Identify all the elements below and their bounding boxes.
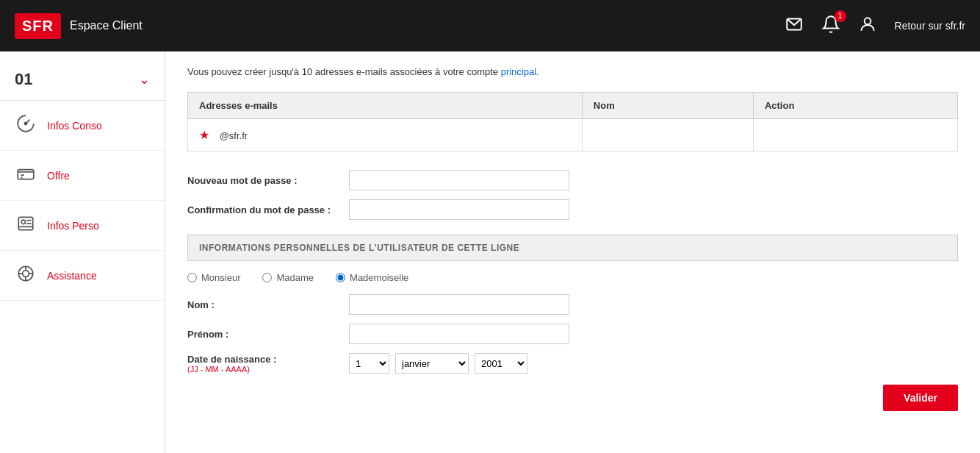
date-row: Date de naissance : (JJ - MM - AAAA) 123… [187,353,958,374]
prenom-row: Prénom : [187,324,958,344]
civility-madame[interactable]: Madame [262,272,314,283]
prenom-input[interactable] [349,324,569,344]
offer-icon [15,164,37,187]
date-label-block: Date de naissance : (JJ - MM - AAAA) [187,354,349,374]
col-action-header: Action [753,93,957,119]
account-number: 01 [15,70,32,89]
password-input[interactable] [349,170,569,190]
email-cell: ★ @sfr.fr [188,119,583,151]
password-confirm-label: Confirmation du mot de passe : [187,204,349,215]
sidebar-label-offre: Offre [47,170,70,182]
civility-group: Monsieur Madame Mademoiselle [187,272,958,283]
main-content: Vous pouvez créer jusqu'à 10 adresses e-… [165,51,980,453]
svg-point-2 [24,122,26,124]
valider-button[interactable]: Valider [883,385,958,411]
help-icon [15,264,37,287]
header-right: 1 Retour sur sfr.fr [785,15,965,38]
civility-mademoiselle[interactable]: Mademoiselle [336,272,408,283]
table-row: ★ @sfr.fr [188,119,958,151]
password-label: Nouveau mot de passe : [187,175,349,186]
year-select[interactable]: 2001200019991998 1997199619951990 198519… [475,353,527,374]
notification-badge: 1 [835,10,846,22]
sidebar-label-assistance: Assistance [47,270,97,282]
sidebar-top: 01 ⌄ [0,59,165,101]
civility-monsieur[interactable]: Monsieur [187,272,240,283]
info-text: Vous pouvez créer jusqu'à 10 adresses e-… [187,66,958,77]
sidebar-item-offre[interactable]: Offre [0,151,165,201]
header: SFR Espace Client 1 Retour sur sfr.fr [0,0,980,51]
nom-label: Nom : [187,299,349,310]
nom-input[interactable] [349,294,569,315]
email-table: Adresses e-mails Nom Action ★ @sfr.fr [187,92,958,151]
header-left: SFR Espace Client [15,13,143,39]
mail-icon[interactable] [785,15,804,38]
nom-row: Nom : [187,294,958,315]
day-select[interactable]: 12345 678910 1112131415 1617181920 21222… [349,353,389,374]
date-label: Date de naissance : [187,354,349,365]
nom-cell [582,119,753,151]
col-email-header: Adresses e-mails [188,93,583,119]
prenom-label: Prénom : [187,329,349,340]
password-confirm-input[interactable] [349,199,569,220]
valider-row: Valider [187,385,958,411]
date-selects: 12345 678910 1112131415 1617181920 21222… [349,353,527,374]
action-cell [753,119,957,151]
radio-monsieur[interactable] [187,273,197,282]
sidebar-label-infos-perso: Infos Perso [47,220,99,232]
personal-info-section-header: INFORMATIONS PERSONNELLES DE L'UTILISATE… [187,235,958,261]
radio-madame[interactable] [262,273,272,282]
date-sublabel: (JJ - MM - AAAA) [187,365,349,374]
label-monsieur: Monsieur [201,272,240,283]
sidebar-item-infos-conso[interactable]: Infos Conso [0,101,165,151]
password-row: Nouveau mot de passe : [187,170,958,190]
col-nom-header: Nom [582,93,753,119]
chevron-down-icon[interactable]: ⌄ [139,71,150,88]
sidebar-item-assistance[interactable]: Assistance [0,251,165,301]
svg-rect-3 [18,170,34,179]
svg-point-12 [23,271,29,277]
label-madame: Madame [276,272,314,283]
notification-icon[interactable]: 1 [821,15,840,38]
app-title: Espace Client [70,19,143,32]
password-confirm-row: Confirmation du mot de passe : [187,199,958,220]
user-icon[interactable] [858,15,877,38]
email-address: @sfr.fr [220,130,248,141]
svg-point-1 [864,18,871,24]
sidebar-label-infos-conso: Infos Conso [47,120,102,132]
gauge-icon [15,114,37,137]
star-icon: ★ [199,129,209,141]
month-select[interactable]: janvierfévriermarsavril maijuinjuilletao… [395,353,469,374]
layout: 01 ⌄ Infos Conso Of [0,51,980,453]
retour-link[interactable]: Retour sur sfr.fr [895,20,965,32]
sfr-logo: SFR [15,13,61,39]
radio-mademoiselle[interactable] [336,273,345,282]
person-icon [15,214,37,237]
sidebar-item-infos-perso[interactable]: Infos Perso [0,201,165,251]
principal-link[interactable]: principal. [501,66,539,77]
svg-point-7 [21,220,25,224]
label-mademoiselle: Mademoiselle [350,272,408,283]
sidebar: 01 ⌄ Infos Conso Of [0,51,165,453]
